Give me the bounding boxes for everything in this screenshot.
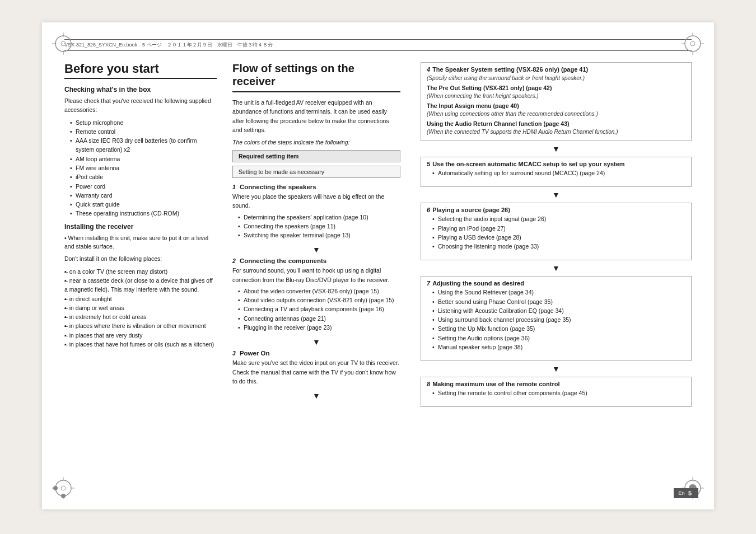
page: VSX-821_826_SYXCN_En.book 5 ページ ２０１１年２月９… bbox=[42, 22, 714, 509]
installing-intro: • When installing this unit, make sure t… bbox=[64, 234, 217, 252]
svg-point-8 bbox=[55, 43, 57, 45]
step-5-num: 5 bbox=[427, 161, 430, 167]
step-1-body: Where you place the speakers will have a… bbox=[232, 192, 400, 210]
step-4-italic: (Specify either using the surround back … bbox=[427, 74, 685, 82]
list-item: Plugging in the receiver (page 23) bbox=[238, 323, 400, 332]
list-item: – in direct sunlight bbox=[64, 294, 217, 303]
list-item: Manual speaker setup (page 38) bbox=[432, 343, 685, 352]
list-item: Setting the remote to control other comp… bbox=[432, 388, 685, 397]
step-4-header: 4 The Speaker System setting (VSX-826 on… bbox=[427, 66, 685, 73]
step-3-num: 3 bbox=[232, 350, 236, 357]
svg-point-9 bbox=[71, 43, 72, 45]
list-item: – in places that are very dusty bbox=[64, 331, 217, 340]
step-5-title: Use the on-screen automatic MCACC setup … bbox=[432, 161, 625, 167]
step-8-num: 8 bbox=[427, 381, 430, 387]
step-1-title: Connecting the speakers bbox=[240, 184, 316, 190]
step-6-num: 6 bbox=[427, 207, 430, 213]
list-item: Connecting the speakers (page 11) bbox=[238, 222, 400, 231]
svg-point-7 bbox=[63, 51, 64, 53]
svg-point-23 bbox=[61, 494, 66, 498]
corner-decoration-bl bbox=[52, 477, 74, 499]
places-list: – on a color TV (the screen may distort)… bbox=[64, 267, 217, 349]
list-item: About video outputs connection (VSX-821 … bbox=[238, 296, 400, 305]
step-8-header: 8 Making maximum use of the remote contr… bbox=[427, 381, 685, 387]
step-7-title: Adjusting the sound as desired bbox=[432, 280, 524, 287]
list-item: – on a color TV (the screen may distort) bbox=[64, 267, 217, 276]
installing-heading: Installing the receiver bbox=[64, 223, 217, 231]
list-item: Connecting a TV and playback components … bbox=[238, 305, 400, 313]
step-6-list: Selecting the audio input signal (page 2… bbox=[427, 214, 685, 251]
step-6-box: 6 Playing a source (page 26) Selecting t… bbox=[421, 203, 692, 260]
list-item: – in extremely hot or cold areas bbox=[64, 312, 217, 321]
installing-body: Don't install it on the following places… bbox=[64, 255, 217, 264]
step-4-sub2-title: The Input Assign menu (page 40) bbox=[427, 102, 685, 109]
list-item: Warranty card bbox=[70, 191, 217, 200]
list-item: Remote control bbox=[70, 127, 217, 136]
step-7-num: 7 bbox=[427, 280, 430, 287]
flow-divider bbox=[232, 91, 400, 92]
header-text: VSX-821_826_SYXCN_En.book 5 ページ ２０１１年２月９… bbox=[64, 41, 273, 49]
list-item: Selecting the audio input signal (page 2… bbox=[432, 214, 685, 223]
step-4-sub2-italic: (When using connections other than the r… bbox=[427, 110, 685, 118]
step-4-box: 4 The Speaker System setting (VSX-826 on… bbox=[421, 62, 692, 141]
step-2-list: About the video converter (VSX-826 only)… bbox=[232, 287, 400, 332]
list-item: iPod cable bbox=[70, 172, 217, 181]
arrow-3: ▼ bbox=[232, 391, 400, 400]
required-setting-box: Required setting item bbox=[232, 150, 400, 162]
step-6-title: Playing a source (page 26) bbox=[432, 207, 510, 213]
list-item: Choosing the listening mode (page 33) bbox=[432, 242, 685, 251]
step-1-num: 1 bbox=[232, 184, 236, 190]
step-5-box: 5 Use the on-screen automatic MCACC setu… bbox=[421, 157, 692, 187]
flow-title: Flow of settings on the receiver bbox=[232, 62, 400, 88]
arrow-6: ▼ bbox=[421, 264, 692, 273]
arrow-1: ▼ bbox=[232, 245, 400, 254]
step-8-title: Making maximum use of the remote control bbox=[432, 381, 559, 387]
arrow-4: ▼ bbox=[421, 144, 692, 153]
svg-point-6 bbox=[63, 35, 64, 37]
step-4-title: The Speaker System setting (VSX-826 only… bbox=[432, 66, 588, 73]
step-7-box: 7 Adjusting the sound as desired Using t… bbox=[421, 276, 692, 361]
step-8-list: Setting the remote to control other comp… bbox=[427, 388, 685, 397]
left-col-divider bbox=[64, 78, 217, 79]
step-6-header: 6 Playing a source (page 26) bbox=[427, 207, 685, 213]
step-7-list: Using the Sound Retriever (page 34) Bett… bbox=[427, 288, 685, 352]
list-item: Playing a USB device (page 28) bbox=[432, 233, 685, 242]
step-2-title: Connecting the components bbox=[240, 257, 326, 264]
list-item: Switching the speaker terminal (page 13) bbox=[238, 231, 400, 240]
list-item: AAA size IEC R03 dry cell batteries (to … bbox=[70, 136, 217, 154]
list-item: Setting the Audio options (page 36) bbox=[432, 334, 685, 343]
step-2-num: 2 bbox=[232, 257, 236, 264]
list-item: Listening with Acoustic Calibration EQ (… bbox=[432, 306, 685, 315]
step-2-body: For surround sound, you'll want to hook … bbox=[232, 266, 400, 284]
list-item: FM wire antenna bbox=[70, 163, 217, 172]
svg-point-0 bbox=[55, 36, 71, 51]
page-number: 5 bbox=[688, 490, 692, 496]
list-item: Using the Sound Retriever (page 34) bbox=[432, 288, 685, 297]
content-area: Before you start Checking what's in the … bbox=[64, 62, 692, 409]
svg-point-22 bbox=[53, 486, 58, 490]
list-item: – in places where there is vibration or … bbox=[64, 321, 217, 330]
list-item: Setup microphone bbox=[70, 118, 217, 127]
svg-point-17 bbox=[61, 486, 66, 490]
step-4-sub1-title: The Pre Out Setting (VSX-821 only) (page… bbox=[427, 85, 685, 91]
flow-intro: The unit is a full-fledged AV receiver e… bbox=[232, 98, 400, 134]
list-item: Automatically setting up for surround so… bbox=[432, 168, 685, 177]
list-item: – in places that have hot fumes or oils … bbox=[64, 340, 217, 349]
step-3-body: Make sure you've set the video input on … bbox=[232, 358, 400, 386]
accessories-list: Setup microphone Remote control AAA size… bbox=[64, 118, 217, 218]
step-4-sub3-title: Using the Audio Return Channel function … bbox=[427, 120, 685, 127]
list-item: Quick start guide bbox=[70, 200, 217, 209]
svg-point-10 bbox=[685, 36, 701, 51]
page-lang-label: En bbox=[678, 490, 685, 496]
middle-column: Flow of settings on the receiver The uni… bbox=[232, 62, 412, 409]
svg-point-11 bbox=[690, 41, 695, 46]
step-7-header: 7 Adjusting the sound as desired bbox=[427, 280, 685, 287]
step-2-block: 2 Connecting the components For surround… bbox=[232, 257, 400, 332]
left-column: Before you start Checking what's in the … bbox=[64, 62, 232, 409]
list-item: Determining the speakers' application (p… bbox=[238, 213, 400, 222]
step-4-sub1-italic: (When connecting the front height speake… bbox=[427, 92, 685, 100]
step-4-sub3-italic: (When the connected TV supports the HDMI… bbox=[427, 128, 685, 136]
list-item: – near a cassette deck (or close to a de… bbox=[64, 276, 217, 294]
step-5-header: 5 Use the on-screen automatic MCACC setu… bbox=[427, 161, 685, 167]
arrow-2: ▼ bbox=[232, 338, 400, 346]
